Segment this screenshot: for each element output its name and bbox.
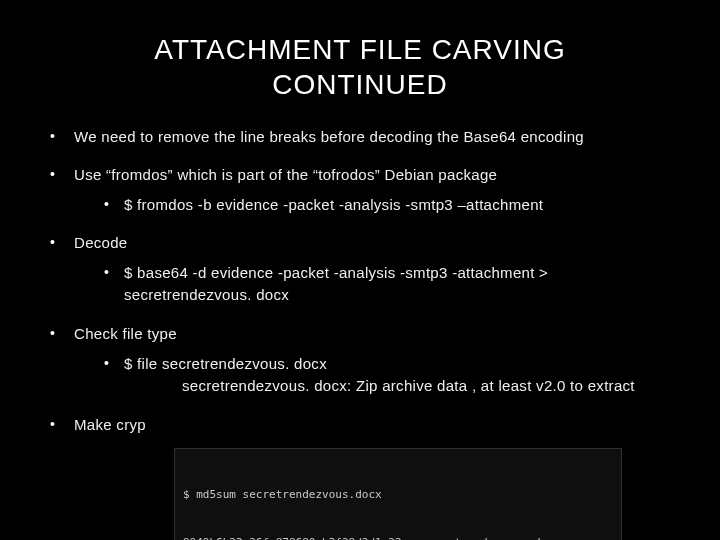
- terminal-snippet: $ md5sum secretrendezvous.docx 9049b6b23…: [174, 448, 622, 540]
- title-line-1: ATTACHMENT FILE CARVING: [154, 34, 565, 65]
- bullet-1: We need to remove the line breaks before…: [40, 126, 680, 148]
- bullet-1-text: We need to remove the line breaks before…: [74, 128, 584, 145]
- slide-title: ATTACHMENT FILE CARVING CONTINUED: [40, 32, 680, 102]
- slide: ATTACHMENT FILE CARVING CONTINUED We nee…: [0, 0, 720, 540]
- bullet-4: Check file type $ file secretrendezvous.…: [40, 323, 680, 398]
- bullet-3: Decode $ base64 -d evidence -packet -ana…: [40, 232, 680, 307]
- terminal-line-1: $ md5sum secretrendezvous.docx: [183, 487, 613, 503]
- bullet-3-sub-1: $ base64 -d evidence -packet -analysis -…: [74, 262, 680, 307]
- bullet-4-sub-1-line1: $ file secretrendezvous. docx: [124, 355, 327, 372]
- bullet-2: Use “fromdos” which is part of the “tofr…: [40, 164, 680, 216]
- bullet-3-sub-1-text: $ base64 -d evidence -packet -analysis -…: [124, 264, 548, 304]
- bullet-5-text: Make cryp: [74, 416, 146, 433]
- bullet-3-sublist: $ base64 -d evidence -packet -analysis -…: [74, 262, 680, 307]
- bullet-list: We need to remove the line breaks before…: [40, 126, 680, 435]
- bullet-2-text: Use “fromdos” which is part of the “tofr…: [74, 166, 497, 183]
- bullet-5: Make cryp: [40, 414, 680, 436]
- bullet-3-text: Decode: [74, 234, 128, 251]
- bullet-4-text: Check file type: [74, 325, 177, 342]
- terminal-line-2: 9049b6b23e26fe878680eb3f28d2d1c22 secret…: [183, 535, 613, 540]
- bullet-4-sub-1: $ file secretrendezvous. docx secretrend…: [74, 353, 680, 398]
- title-line-2: CONTINUED: [272, 69, 447, 100]
- bullet-4-sub-1-line2: secretrendezvous. docx: Zip archive data…: [124, 375, 680, 398]
- bullet-2-sublist: $ fromdos -b evidence -packet -analysis …: [74, 194, 680, 217]
- bullet-2-sub-1-text: $ fromdos -b evidence -packet -analysis …: [124, 196, 543, 213]
- bullet-2-sub-1: $ fromdos -b evidence -packet -analysis …: [74, 194, 680, 217]
- bullet-4-sublist: $ file secretrendezvous. docx secretrend…: [74, 353, 680, 398]
